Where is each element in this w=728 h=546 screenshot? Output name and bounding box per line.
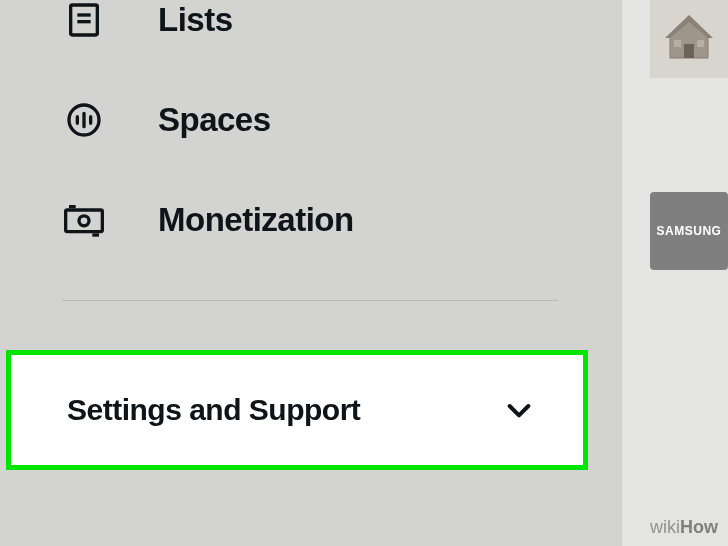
svg-point-5: [79, 216, 89, 226]
settings-support-label: Settings and Support: [67, 393, 360, 427]
divider: [62, 300, 558, 301]
nav-label-spaces: Spaces: [158, 101, 271, 139]
watermark-wiki: wiki: [650, 517, 680, 537]
nav-item-monetization[interactable]: Monetization: [0, 170, 620, 270]
nav-label-lists: Lists: [158, 1, 233, 39]
navigation-panel: Lists Spaces Monetization Settings and S…: [0, 0, 620, 546]
svg-rect-9: [684, 44, 694, 58]
thumbnail-house[interactable]: [650, 0, 728, 78]
settings-support-highlight: Settings and Support: [6, 350, 588, 470]
svg-rect-11: [697, 40, 704, 47]
samsung-label: SAMSUNG: [657, 224, 722, 238]
chevron-down-icon: [503, 394, 535, 426]
settings-support-row[interactable]: Settings and Support: [11, 355, 583, 465]
nav-item-spaces[interactable]: Spaces: [0, 70, 620, 170]
thumbnail-panel: SAMSUNG: [620, 0, 728, 546]
nav-item-lists[interactable]: Lists: [0, 0, 620, 70]
svg-rect-4: [66, 210, 103, 232]
thumbnail-samsung[interactable]: SAMSUNG: [650, 192, 728, 270]
nav-label-monetization: Monetization: [158, 201, 354, 239]
svg-rect-10: [674, 40, 681, 47]
spaces-icon: [62, 98, 106, 142]
watermark-how: How: [680, 517, 718, 537]
wikihow-watermark: wikiHow: [650, 517, 718, 538]
lists-icon: [62, 0, 106, 42]
monetization-icon: [62, 198, 106, 242]
